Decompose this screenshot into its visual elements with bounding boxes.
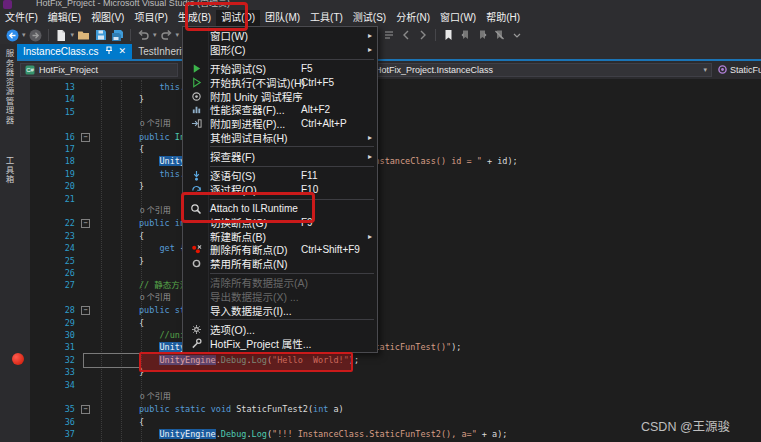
pin-icon[interactable] [105, 46, 113, 57]
code-text: { [98, 317, 144, 329]
navigate-forward-icon[interactable] [28, 28, 43, 42]
menubar-item-窗口W[interactable]: 窗口(W) [435, 10, 481, 26]
line-number: 18 [31, 155, 75, 167]
breakpoint-dot[interactable] [12, 353, 24, 365]
code-line-33: 33 } [17, 366, 761, 378]
dropdown-caret-icon[interactable]: ▾ [71, 31, 75, 39]
code-line-23: 23 { [17, 230, 761, 242]
code-text: // 静态方法 [98, 279, 188, 291]
menu-item-逐语句-S-[interactable]: 逐语句(S)F11 [183, 169, 377, 183]
navigate-back-icon[interactable] [5, 28, 20, 42]
dropdown-caret-icon[interactable]: ▾ [22, 31, 26, 39]
overflow-caret-icon[interactable] [509, 28, 524, 42]
line-number: 15 [31, 106, 75, 118]
menubar-item-工具T[interactable]: 工具(T) [305, 10, 348, 26]
sidebar-tab-server-explorer[interactable]: 服务器资源管理器 [3, 49, 15, 125]
project-dropdown[interactable]: C# HotFix_Project [20, 63, 178, 77]
line-number: 13 [31, 81, 75, 93]
menubar-item-编辑E[interactable]: 编辑(E) [43, 10, 86, 26]
codelens-label[interactable]: 0 个引用 [140, 205, 171, 217]
save-all-icon[interactable] [110, 28, 125, 42]
menubar-item-团队M[interactable]: 团队(M) [260, 10, 305, 26]
selection-lines-icon[interactable] [381, 28, 396, 42]
menu-item-label: HotFix_Project 属性... [210, 336, 312, 351]
menu-item-窗口-W-[interactable]: 窗口(W)▸ [183, 29, 377, 43]
clear-bookmarks-icon[interactable] [492, 28, 507, 42]
menu-item-性能探查器-F----[interactable]: 性能探查器(F)...Alt+F2 [183, 103, 377, 117]
codelens-label[interactable]: 0 个引用 [140, 292, 171, 304]
navigate-forward-small-icon[interactable] [415, 28, 430, 42]
code-line-19: 19 this.id = id; [17, 168, 761, 180]
sidebar-tab-toolbox[interactable]: 工具箱 [3, 156, 15, 185]
save-icon[interactable] [93, 28, 108, 42]
menubar-item-测试S[interactable]: 测试(S) [348, 10, 391, 26]
menu-item-附加-Unity-调试程序[interactable]: 附加 Unity 调试程序 [183, 89, 377, 103]
line-number: 30 [31, 329, 75, 341]
submenu-arrow-icon: ▸ [368, 45, 372, 54]
fold-marker[interactable]: − [81, 306, 90, 315]
menu-item-开始执行-不调试--H-[interactable]: 开始执行(不调试)(H)Ctrl+F5 [183, 76, 377, 90]
csharp-project-icon: C# [25, 65, 35, 75]
menu-item-选项-O----[interactable]: 选项(O)... [183, 323, 377, 337]
redo-icon[interactable] [159, 28, 174, 42]
menu-item-禁用所有断点-N-[interactable]: 禁用所有断点(N) [183, 257, 377, 271]
menu-item-shortcut: F11 [301, 170, 318, 181]
menu-item-Attach-to-ILRuntime[interactable]: Attach to ILRuntime [183, 202, 377, 216]
document-tab-InstanceClass.cs[interactable]: InstanceClass.cs✕ [17, 44, 132, 59]
codelens-references: 0 个引用 [17, 205, 761, 217]
window-title: HotFix_Project - Microsoft Visual Studio… [36, 0, 230, 9]
fold-marker[interactable]: − [81, 219, 90, 228]
menu-item-其他调试目标-H-[interactable]: 其他调试目标(H)▸ [183, 130, 377, 144]
play-filled-icon [186, 63, 206, 75]
menubar-item-生成B[interactable]: 生成(B) [173, 10, 216, 26]
menu-item-开始调试-S-[interactable]: 开始调试(S)F5 [183, 62, 377, 76]
submenu-arrow-icon: ▸ [368, 133, 372, 142]
next-bookmark-icon[interactable] [475, 28, 490, 42]
member-dropdown[interactable]: StaticFunTest() [714, 63, 761, 77]
menu-item-逐过程-O-[interactable]: 逐过程(O)F10 [183, 183, 377, 197]
dropdown-caret-icon[interactable]: ▾ [153, 31, 157, 39]
code-text: { [98, 143, 144, 155]
menu-item-导入数据提示-I----[interactable]: 导入数据提示(I)... [183, 303, 377, 317]
code-text: } [98, 93, 144, 105]
menubar-item-调试D[interactable]: 调试(D) [216, 10, 260, 26]
disable-breakpoints-icon [186, 258, 206, 270]
debug-menu-dropdown: 窗口(W)▸图形(C)▸开始调试(S)F5开始执行(不调试)(H)Ctrl+F5… [182, 26, 378, 353]
menu-item-切换断点-G-[interactable]: 切换断点(G)F9 [183, 216, 377, 230]
navigate-backward-small-icon[interactable] [398, 28, 413, 42]
new-file-icon[interactable] [54, 28, 69, 42]
fold-marker[interactable]: − [81, 133, 90, 142]
open-file-icon[interactable] [76, 28, 91, 42]
menu-item-附加到进程-P----[interactable]: 附加到进程(P)...Ctrl+Alt+P [183, 117, 377, 131]
blank-icon [186, 151, 206, 163]
menubar-item-项目P[interactable]: 项目(P) [129, 10, 172, 26]
code-line-27: 27 // 静态方法 [17, 279, 761, 291]
project-dropdown-label: HotFix_Project [39, 65, 98, 75]
step-over-icon [186, 184, 206, 196]
code-line-22: 22− public int Id [17, 217, 761, 229]
previous-bookmark-icon[interactable] [458, 28, 473, 42]
code-text: public static void StaticFunTest2(int a) [98, 403, 344, 415]
code-line-25: 25 } [17, 255, 761, 267]
codelens-label[interactable]: 0 个引用 [140, 391, 171, 403]
undo-icon[interactable] [136, 28, 151, 42]
code-text: } [98, 255, 144, 267]
toggle-bookmark-icon[interactable] [441, 28, 456, 42]
menu-item-HotFix_Project-属性---[interactable]: HotFix_Project 属性... [183, 336, 377, 350]
type-dropdown[interactable]: HotFix_Project.InstanceClass ▾ [358, 63, 712, 77]
menubar-item-分析N[interactable]: 分析(N) [391, 10, 435, 26]
codelens-label[interactable]: 0 个引用 [140, 118, 171, 130]
menubar-item-视图V[interactable]: 视图(V) [86, 10, 129, 26]
close-icon[interactable]: ✕ [119, 47, 127, 56]
gear-icon [186, 323, 206, 335]
menubar-item-文件F[interactable]: 文件(F) [0, 10, 43, 26]
menubar-item-帮助H[interactable]: 帮助(H) [481, 10, 525, 26]
menu-item-新建断点-B-[interactable]: 新建断点(B)▸ [183, 229, 377, 243]
magnifier-icon [186, 203, 206, 215]
blank-icon [186, 44, 206, 56]
menu-item-探查器-F-[interactable]: 探查器(F)▸ [183, 150, 377, 164]
menu-item-图形-C-[interactable]: 图形(C)▸ [183, 43, 377, 57]
dropdown-caret-icon[interactable]: ▾ [176, 31, 180, 39]
fold-marker[interactable]: − [81, 405, 90, 414]
menu-item-删除所有断点-D-[interactable]: 删除所有断点(D)Ctrl+Shift+F9 [183, 243, 377, 257]
